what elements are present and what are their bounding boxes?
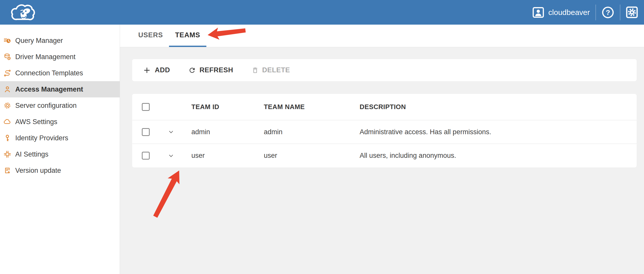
table-row-user[interactable]: user user All users, including anonymous… <box>132 144 637 167</box>
driver-management-icon <box>4 53 11 61</box>
sidebar-item-identity-providers[interactable]: Identity Providers <box>0 130 120 146</box>
row-checkbox[interactable] <box>142 152 150 160</box>
connection-templates-icon <box>4 69 11 77</box>
admin-sidebar: Query Manager Driver Management <box>0 25 120 274</box>
teams-content: ADD REFRESH <box>120 47 644 274</box>
user-avatar-icon <box>532 7 544 18</box>
query-manager-icon <box>4 37 11 44</box>
main-area: USERS TEAMS ADD <box>120 25 644 274</box>
sidebar-item-label: Access Management <box>15 85 83 93</box>
trash-icon <box>252 67 259 74</box>
sidebar-item-ai-settings[interactable]: AI Settings <box>0 146 120 162</box>
sidebar-item-label: Identity Providers <box>15 134 68 142</box>
row-checkbox[interactable] <box>142 128 150 136</box>
refresh-button[interactable]: REFRESH <box>188 66 233 74</box>
select-all-checkbox[interactable] <box>142 103 150 111</box>
cell-description: Administrative access. Has all permissio… <box>360 128 637 136</box>
sidebar-item-access-management[interactable]: Access Management <box>0 81 120 97</box>
username-label: cloudbeaver <box>548 8 590 17</box>
chevron-down-icon[interactable] <box>167 152 175 160</box>
settings-button[interactable] <box>626 6 638 18</box>
page-body: Query Manager Driver Management <box>0 25 644 274</box>
refresh-button-label: REFRESH <box>200 66 233 74</box>
sidebar-item-label: Driver Management <box>15 53 75 61</box>
table-row-admin[interactable]: admin admin Administrative access. Has a… <box>132 120 637 144</box>
table-header-row: TEAM ID TEAM NAME DESCRIPTION <box>132 94 637 120</box>
tab-teams[interactable]: TEAMS <box>169 25 206 47</box>
identity-providers-icon <box>4 134 11 142</box>
help-glyph: ? <box>606 8 610 16</box>
cloudbeaver-logo-icon <box>10 3 36 22</box>
sidebar-item-label: Version update <box>15 167 61 175</box>
help-button[interactable]: ? <box>602 6 614 19</box>
teams-toolbar: ADD REFRESH <box>132 59 637 81</box>
sidebar-item-connection-templates[interactable]: Connection Templates <box>0 65 120 81</box>
cell-description: All users, including anonymous. <box>360 152 637 160</box>
sidebar-item-label: AWS Settings <box>15 118 57 126</box>
cell-team-id: admin <box>180 128 264 136</box>
delete-button[interactable]: DELETE <box>252 66 290 74</box>
sidebar-item-server-configuration[interactable]: Server configuration <box>0 97 120 114</box>
sidebar-item-label: AI Settings <box>15 150 49 158</box>
server-configuration-icon <box>4 102 11 109</box>
sidebar-item-query-manager[interactable]: Query Manager <box>0 32 120 49</box>
column-header-description: DESCRIPTION <box>360 103 637 111</box>
tab-label: TEAMS <box>175 31 200 39</box>
add-button[interactable]: ADD <box>143 66 170 75</box>
teams-table: TEAM ID TEAM NAME DESCRIPTION admin admi… <box>132 94 637 167</box>
refresh-icon <box>188 66 196 74</box>
delete-button-label: DELETE <box>262 66 290 74</box>
tab-bar: USERS TEAMS <box>120 25 644 47</box>
sidebar-item-label: Server configuration <box>15 102 77 110</box>
header-divider <box>620 5 620 20</box>
sidebar-item-version-update[interactable]: Version update <box>0 162 120 179</box>
column-header-team-name: TEAM NAME <box>264 103 360 111</box>
sidebar-item-label: Connection Templates <box>15 69 83 77</box>
tab-users[interactable]: USERS <box>132 25 169 47</box>
aws-settings-icon <box>4 118 11 126</box>
sidebar-item-driver-management[interactable]: Driver Management <box>0 49 120 65</box>
tab-label: USERS <box>138 31 163 39</box>
cell-team-id: user <box>180 152 264 160</box>
header-divider <box>595 5 596 20</box>
cell-team-name: admin <box>264 128 360 136</box>
access-management-icon <box>4 85 11 93</box>
chevron-down-icon[interactable] <box>167 128 175 136</box>
ai-settings-icon <box>4 150 11 158</box>
column-header-team-id: TEAM ID <box>180 103 264 111</box>
cell-team-name: user <box>264 152 360 160</box>
user-menu-button[interactable]: cloudbeaver <box>532 7 590 18</box>
sidebar-item-label: Query Manager <box>15 37 63 45</box>
header-actions: cloudbeaver ? <box>532 5 638 20</box>
cloudbeaver-admin-page: cloudbeaver ? <box>0 0 644 274</box>
plus-icon <box>143 66 151 75</box>
top-header-bar: cloudbeaver ? <box>0 0 644 25</box>
sidebar-item-aws-settings[interactable]: AWS Settings <box>0 114 120 130</box>
version-update-icon <box>4 167 11 174</box>
add-button-label: ADD <box>155 66 170 74</box>
